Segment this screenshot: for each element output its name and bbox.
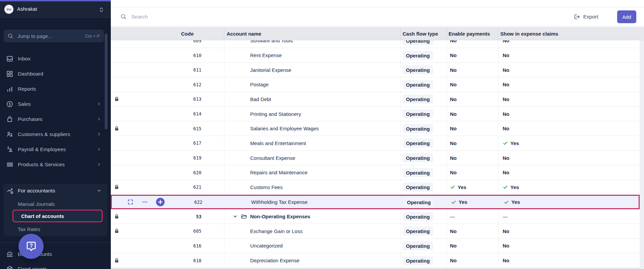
column-divider: [401, 224, 401, 238]
sidebar-item-reports[interactable]: Reports: [0, 81, 111, 96]
inbox-icon: [6, 55, 13, 62]
sidebar-item-customers-suppliers[interactable]: Customers & suppliers: [0, 127, 111, 142]
sidebar-item-for-accountants[interactable]: For accountants: [3, 184, 107, 198]
check-icon: [451, 199, 456, 205]
column-divider: [401, 78, 401, 92]
more-options-icon[interactable]: [142, 199, 148, 205]
purchases-icon: [6, 116, 13, 123]
account-code: 615: [165, 121, 201, 136]
cash-flow-type-badge: Operating: [404, 197, 434, 207]
chevron-right-icon: [97, 132, 101, 136]
sidebar-item-label: Tax Rates: [18, 226, 40, 232]
column-divider: [224, 253, 224, 268]
sidebar-item-label: Products & Services: [18, 162, 65, 168]
column-divider: [224, 48, 224, 62]
table-row[interactable]: 618Depreciation ExpenseOperatingNoNo: [111, 253, 640, 268]
table-row-group[interactable]: 53Non-Operating ExpensesOperating——: [111, 209, 640, 224]
table-row[interactable]: 612PostageOperatingNoNo: [111, 78, 640, 92]
expand-row-icon[interactable]: [127, 198, 134, 206]
chevron-right-icon: [97, 102, 101, 106]
add-button[interactable]: Add: [617, 10, 636, 23]
column-header-show-in-expense-claims[interactable]: Show in expense claims: [500, 27, 558, 40]
enable-payments-cell: No: [450, 48, 457, 62]
org-switcher-icon[interactable]: [97, 5, 105, 14]
table-row[interactable]: 619Consultant ExpenseOperatingNoNo: [111, 151, 640, 166]
sidebar-item-payroll-employees[interactable]: $Payroll & Employees: [0, 142, 111, 157]
enable-payments-cell: No: [450, 151, 457, 165]
column-divider: [447, 63, 447, 77]
help-button[interactable]: ?: [18, 234, 44, 259]
column-divider: [401, 121, 401, 136]
sidebar-scrollbar[interactable]: [105, 34, 107, 129]
table-row[interactable]: 611Janitorial ExpenseOperatingNoNo: [111, 63, 640, 78]
expense-claims-cell: No: [503, 92, 509, 106]
sidebar-item-purchases[interactable]: Purchases: [0, 111, 111, 127]
expense-claims-cell: Yes: [503, 136, 519, 150]
dashboard-icon: [6, 70, 13, 78]
chevron-down-icon: [97, 188, 101, 193]
sidebar-item-tax-rates[interactable]: Tax Rates: [3, 224, 107, 235]
toolbar: Export Add: [111, 7, 644, 26]
column-header-account-name[interactable]: Account name: [227, 27, 261, 40]
enable-payments-cell: No: [450, 239, 457, 253]
cash-flow-type-badge: Operating: [403, 80, 433, 89]
table-row[interactable]: 621Customs FeesOperatingYesYes: [111, 180, 640, 195]
column-header-code[interactable]: Code: [168, 27, 207, 40]
chevron-right-icon: [97, 147, 101, 151]
jump-to-page[interactable]: Jump to page... Ctrl + P: [4, 30, 104, 42]
for-accountants-section: For accountants Manual Journals Chart of…: [3, 184, 107, 236]
column-divider: [224, 239, 224, 253]
expense-claims-cell: No: [503, 239, 509, 253]
column-divider: [224, 121, 224, 136]
sidebar-item-chart-of-accounts[interactable]: Chart of accounts: [12, 210, 103, 222]
column-divider: [224, 165, 224, 180]
sidebar-item-label: Purchases: [18, 116, 42, 122]
column-header-enable-payments[interactable]: Enable payments: [449, 27, 490, 40]
column-divider: [447, 121, 447, 136]
search-field[interactable]: [120, 7, 272, 26]
table-row[interactable]: 620Repairs and MaintenanceOperatingNoNo: [111, 165, 640, 180]
sidebar-item-fixed-assets[interactable]: Fixed assets: [0, 262, 111, 269]
table-row[interactable]: 610Rent ExpenseOperatingNoNo: [111, 48, 640, 63]
sidebar-item-bank-accounts[interactable]: Bank accounts: [0, 247, 111, 262]
table-row[interactable]: 605Exchange Gain or LossOperatingNoNo: [111, 224, 640, 239]
expense-claims-cell: No: [503, 165, 509, 180]
add-sub-account-icon[interactable]: [156, 197, 165, 207]
column-divider: [401, 92, 401, 106]
search-icon: [7, 33, 13, 39]
chevron-down-icon[interactable]: [233, 214, 238, 219]
export-label: Export: [583, 14, 598, 20]
table-row[interactable]: 617Meals and EntertainmentOperatingNoYes: [111, 136, 640, 151]
column-divider: [447, 165, 447, 180]
sidebar-item-manual-journals[interactable]: Manual Journals: [3, 198, 107, 210]
sidebar-item-sales[interactable]: $Sales: [0, 96, 111, 111]
table-row[interactable]: 615Salaries and Employee WagesOperatingN…: [111, 121, 640, 136]
account-name: Depreciation Expense: [250, 253, 300, 268]
column-divider: [447, 107, 447, 121]
column-header-cash-flow-type[interactable]: Cash flow type: [403, 27, 438, 40]
table-row[interactable]: 614Printing and StationeryOperatingNoNo: [111, 107, 640, 122]
table-row[interactable]: 613Bad DebtOperatingNoNo: [111, 92, 640, 107]
column-divider: [447, 48, 447, 62]
sidebar-item-dashboard[interactable]: Dashboard: [0, 66, 111, 81]
check-icon: [450, 184, 455, 190]
sidebar-item-products-services[interactable]: Products & Services: [0, 157, 111, 172]
column-divider: [401, 27, 401, 40]
column-divider: [498, 224, 498, 238]
sidebar-item-inbox[interactable]: Inbox: [0, 51, 111, 66]
svg-text:$: $: [9, 102, 11, 106]
search-input[interactable]: [131, 14, 272, 20]
table-row[interactable]: 622Withholding Tax ExpenseOperatingYesYe…: [111, 195, 640, 210]
check-icon: [504, 199, 509, 205]
export-button[interactable]: Export: [573, 7, 598, 26]
org-header[interactable]: ≋w Ashrakat: [0, 1, 111, 18]
account-name: Bad Debt: [250, 92, 271, 106]
account-name: Postage: [250, 78, 269, 92]
table-scrollbar[interactable]: [640, 40, 644, 269]
column-divider: [498, 63, 498, 77]
expense-claims-cell: No: [503, 78, 509, 92]
account-code: 620: [165, 165, 201, 180]
enable-payments-cell: No: [450, 224, 457, 238]
table-row[interactable]: 616UncategorizedOperatingNoNo: [111, 239, 640, 254]
lock-icon: [114, 121, 119, 136]
